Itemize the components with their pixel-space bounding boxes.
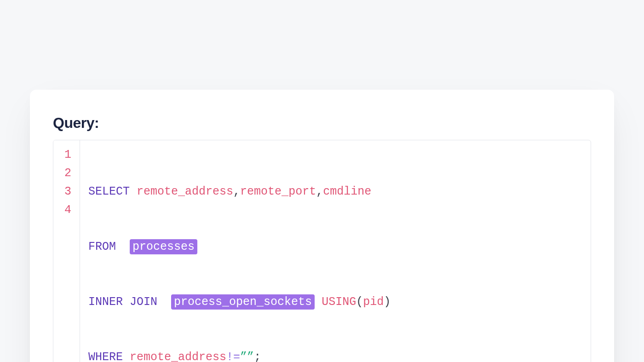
query-card: Query: 1 2 3 4 SELECT remote_address,rem… [30, 90, 614, 362]
code-line: SELECT remote_address,remote_port,cmdlin… [88, 183, 582, 201]
sql-keyword: WHERE [88, 351, 123, 362]
sql-punct: , [233, 185, 240, 198]
sql-table-highlight: processes [130, 239, 197, 254]
line-number-gutter: 1 2 3 4 [53, 140, 80, 362]
sql-table-highlight: process_open_sockets [171, 294, 315, 310]
sql-identifier: remote_port [240, 185, 316, 198]
code-line: INNER JOIN process_open_sockets USING(pi… [88, 293, 582, 311]
sql-punct: ( [356, 295, 363, 309]
sql-string: ”” [240, 351, 254, 362]
line-number: 3 [64, 183, 71, 201]
code-block: 1 2 3 4 SELECT remote_address,remote_por… [53, 140, 591, 362]
line-number: 4 [64, 201, 71, 219]
code-line: WHERE remote_address!=””; [88, 348, 582, 362]
sql-keyword: SELECT [88, 185, 130, 198]
sql-keyword-using: USING [322, 295, 356, 309]
sql-keyword: INNER [88, 295, 123, 309]
sql-punct: , [316, 185, 323, 198]
code-line: FROM processes [88, 238, 582, 256]
sql-identifier: cmdline [323, 185, 371, 198]
sql-keyword: FROM [88, 240, 116, 253]
query-title: Query: [53, 115, 591, 132]
sql-operator: != [226, 351, 240, 362]
sql-identifier: remote_address [137, 185, 233, 198]
sql-keyword: JOIN [130, 295, 157, 309]
code-content: SELECT remote_address,remote_port,cmdlin… [80, 140, 591, 362]
sql-punct: ; [254, 351, 261, 362]
line-number: 2 [64, 164, 71, 183]
sql-punct: ) [384, 295, 391, 309]
sql-identifier: remote_address [130, 351, 226, 362]
sql-identifier: pid [363, 295, 384, 309]
line-number: 1 [64, 146, 71, 164]
